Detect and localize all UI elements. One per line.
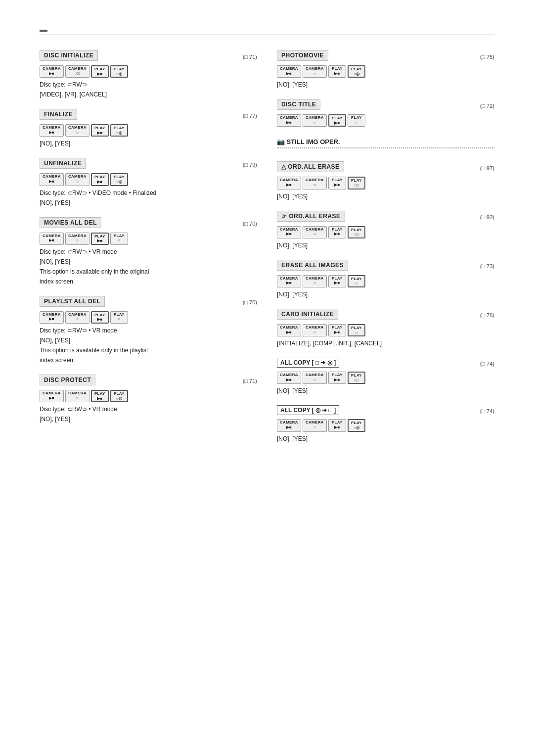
camera-button[interactable]: CAMERA○ (65, 233, 89, 245)
section-desc: [NO], [YES] (277, 192, 494, 201)
play-button[interactable]: PLAY○ (110, 233, 128, 245)
section-desc: [NO], [YES] (40, 336, 257, 345)
page-ref: (□ 97) (480, 165, 494, 171)
still-img-oper-title: 📷 STILL IMG OPER. (277, 138, 494, 148)
play-button[interactable]: PLAY▶■ (328, 177, 346, 189)
page-ref: (□ 74) (480, 361, 494, 367)
play-button[interactable]: PLAY▶■ (328, 324, 346, 336)
camera-button[interactable]: CAMERA○ (303, 114, 327, 127)
play-button[interactable]: PLAY○◎ (110, 124, 128, 137)
section-desc: [NO], [YES] (277, 241, 494, 250)
play-button[interactable]: PLAY▶■ (91, 390, 109, 402)
menu-section-ord-all-erase-1: △ ORD.ALL ERASE(□ 97)CAMERA▶■CAMERA○PLAY… (277, 161, 494, 201)
section-title-row: ALL COPY [ ◎ ➜ □ ](□ 74) (277, 405, 494, 417)
play-button[interactable]: PLAY○ (348, 114, 365, 127)
play-button[interactable]: PLAY○ (110, 311, 128, 324)
camera-button[interactable]: CAMERA▶■ (40, 65, 64, 78)
camera-button[interactable]: CAMERA○ (65, 390, 89, 402)
section-title: DISC INITIALIZE (40, 50, 98, 61)
page-ref: (□ 71) (243, 378, 257, 384)
section-title: ALL COPY [ ◎ ➜ □ ] (277, 405, 339, 415)
play-button[interactable]: PLAY▶■ (328, 226, 346, 238)
button-row: CAMERA▶■CAMERA○PLAY▶■PLAY○□ (277, 226, 494, 238)
play-button[interactable]: PLAY○ (348, 324, 365, 336)
camera-button[interactable]: CAMERA○ (303, 324, 327, 336)
left-column: DISC INITIALIZE(□ 71)CAMERA▶■CAMERA○◎PLA… (40, 50, 257, 453)
play-button[interactable]: PLAY▶■ (328, 65, 346, 78)
play-button[interactable]: PLAY○□ (348, 226, 365, 238)
page-ref: (□ 75) (480, 54, 494, 60)
play-button[interactable]: PLAY▶■ (91, 124, 109, 137)
play-button[interactable]: PLAY▶■ (91, 233, 109, 245)
play-button[interactable]: PLAY▶■ (91, 65, 109, 78)
section-desc: Disc type: ⊂RW⊃ • VIDEO mode • Finalized (40, 189, 257, 197)
page-number-box (40, 30, 47, 32)
camera-button[interactable]: CAMERA▶■ (277, 324, 301, 336)
section-desc: index screen. (40, 356, 257, 365)
play-button[interactable]: PLAY▶■ (328, 275, 346, 287)
menu-section-erase-all-images: ERASE ALL IMAGES(□ 73)CAMERA▶■CAMERA○PLA… (277, 260, 494, 300)
menu-section-card-initialize: CARD INITIALIZE(□ 76)CAMERA▶■CAMERA○PLAY… (277, 309, 494, 349)
button-row: CAMERA▶■CAMERA○PLAY▶■PLAY○ (40, 233, 257, 245)
page-ref: (□ 79) (243, 162, 257, 168)
camera-button[interactable]: CAMERA○ (65, 124, 89, 137)
section-desc: Disc type: ⊂RW⊃ • VR mode (40, 405, 257, 414)
section-title-row: MOVIES ALL DEL(□ 70) (40, 217, 257, 231)
section-desc: [NO], [YES] (277, 434, 494, 443)
camera-button[interactable]: CAMERA▶■ (40, 173, 64, 186)
section-desc: Disc type: ⊂RW⊃ (40, 80, 257, 89)
play-button[interactable]: PLAY○◎ (110, 173, 128, 186)
menu-section-ord-all-erase-2: ☞ ORD.ALL ERASE(□ 92)CAMERA▶■CAMERA○PLAY… (277, 211, 494, 251)
camera-button[interactable]: CAMERA▶■ (277, 275, 301, 287)
play-button[interactable]: PLAY▶■ (328, 114, 346, 127)
camera-button[interactable]: CAMERA▶■ (40, 390, 64, 402)
section-title: ERASE ALL IMAGES (277, 260, 348, 271)
play-button[interactable]: PLAY○◎ (110, 65, 128, 78)
play-button[interactable]: PLAY○□ (348, 372, 365, 384)
button-row: CAMERA▶■CAMERA○PLAY▶■PLAY○ (277, 114, 494, 127)
play-button[interactable]: PLAY▶■ (328, 419, 346, 431)
camera-button[interactable]: CAMERA▶■ (40, 124, 64, 137)
button-row: CAMERA▶■CAMERA○PLAY▶■PLAY○◎ (40, 124, 257, 137)
section-desc: [NO], [YES] (40, 139, 257, 148)
menu-section-disc-initialize: DISC INITIALIZE(□ 71)CAMERA▶■CAMERA○◎PLA… (40, 50, 257, 100)
play-button[interactable]: PLAY▶■ (91, 173, 109, 186)
camera-button[interactable]: CAMERA○ (303, 177, 327, 189)
camera-button[interactable]: CAMERA○ (65, 173, 89, 186)
section-title-row: FINALIZE(□ 77) (40, 109, 257, 122)
section-title-row: △ ORD.ALL ERASE(□ 97) (277, 161, 494, 175)
camera-button[interactable]: CAMERA○◎ (65, 65, 89, 78)
section-desc: [NO], [YES] (277, 386, 494, 395)
section-title: DISC TITLE (277, 99, 320, 110)
camera-button[interactable]: CAMERA○ (303, 419, 327, 431)
page-header (40, 30, 494, 35)
camera-button[interactable]: CAMERA▶■ (277, 419, 301, 431)
page-ref: (□ 70) (243, 299, 257, 305)
camera-button[interactable]: CAMERA○ (303, 226, 327, 238)
section-desc: [NO], [YES] (40, 198, 257, 207)
camera-button[interactable]: CAMERA▶■ (277, 372, 301, 384)
button-row: CAMERA▶■CAMERA○PLAY▶■PLAY○◎ (40, 173, 257, 186)
play-button[interactable]: PLAY○◎ (110, 390, 128, 402)
menu-section-disc-protect: DISC PROTECT(□ 71)CAMERA▶■CAMERA○PLAY▶■P… (40, 375, 257, 425)
camera-button[interactable]: CAMERA○ (303, 65, 327, 78)
play-button[interactable]: PLAY○ (348, 275, 365, 287)
play-button[interactable]: PLAY○◎ (348, 419, 365, 431)
camera-button[interactable]: CAMERA▶■ (277, 65, 301, 78)
camera-button[interactable]: CAMERA▶■ (40, 233, 64, 245)
camera-button[interactable]: CAMERA○ (65, 311, 89, 324)
menu-section-all-copy-1: ALL COPY [ □ ➜ ◎ ](□ 74)CAMERA▶■CAMERA○P… (277, 358, 494, 396)
button-row: CAMERA▶■CAMERA○PLAY▶■PLAY○ (277, 324, 494, 336)
camera-button[interactable]: CAMERA○ (303, 372, 327, 384)
section-desc: [VIDEO], [VR], [CANCEL] (40, 90, 257, 99)
play-button[interactable]: PLAY○□ (348, 177, 365, 189)
camera-button[interactable]: CAMERA▶■ (40, 311, 64, 324)
camera-button[interactable]: CAMERA▶■ (277, 177, 301, 189)
play-button[interactable]: PLAY○◎ (348, 65, 365, 78)
play-button[interactable]: PLAY▶■ (91, 311, 109, 324)
button-row: CAMERA▶■CAMERA○PLAY▶■PLAY○◎ (40, 390, 257, 402)
camera-button[interactable]: CAMERA▶■ (277, 114, 301, 127)
play-button[interactable]: PLAY▶■ (328, 372, 346, 384)
camera-button[interactable]: CAMERA▶■ (277, 226, 301, 238)
camera-button[interactable]: CAMERA○ (303, 275, 327, 287)
